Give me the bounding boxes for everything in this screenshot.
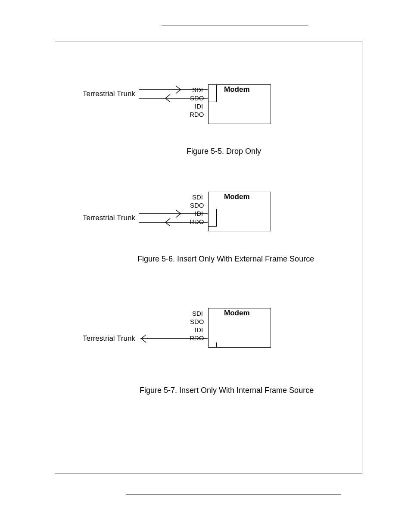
- modem-label: Modem: [224, 85, 250, 94]
- trunk-label: Terrestrial Trunk: [83, 90, 135, 98]
- header-rule: [162, 25, 308, 25]
- arrows-bidir-icon: [139, 208, 212, 230]
- arrows-bidir-icon: [139, 84, 212, 106]
- modem-label: Modem: [224, 309, 250, 317]
- port-idi: IDI: [195, 326, 203, 333]
- trunk-label: Terrestrial Trunk: [83, 334, 135, 343]
- port-sdi: SDI: [192, 310, 203, 317]
- page-border: Modem SDI SDO IDI RDO Terrestrial Trunk …: [55, 41, 362, 473]
- port-sdi: SDI: [192, 193, 203, 201]
- figure-caption: Figure 5-7. Insert Only With Internal Fr…: [140, 386, 314, 395]
- port-rdo: RDO: [190, 111, 204, 118]
- figure-caption: Figure 5-6. Insert Only With External Fr…: [137, 255, 314, 264]
- footer-rule: [126, 495, 341, 495]
- trunk-label: Terrestrial Trunk: [83, 214, 135, 222]
- modem-label: Modem: [224, 193, 250, 201]
- port-sdo: SDO: [190, 318, 204, 325]
- port-sdo: SDO: [190, 202, 204, 209]
- figure-caption: Figure 5-5. Drop Only: [187, 147, 261, 156]
- arrow-left-icon: [139, 333, 212, 346]
